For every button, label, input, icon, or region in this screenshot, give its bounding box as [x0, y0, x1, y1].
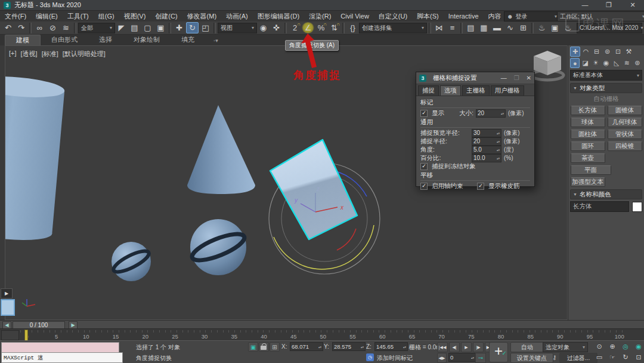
redo-icon[interactable]: ↷	[15, 22, 27, 33]
auto-key-button[interactable]: 自动	[510, 342, 544, 352]
menu-item[interactable]: 内容	[484, 12, 506, 21]
transform-typein-icon[interactable]: ⊞	[270, 342, 280, 352]
crossing-selection-icon[interactable]: ▣	[154, 22, 167, 33]
rectangular-selection-icon[interactable]: ▢	[141, 22, 154, 33]
display-tab-icon[interactable]: ⊡	[613, 47, 623, 57]
helpers-icon[interactable]: ◺	[612, 58, 621, 68]
edit-named-sets-icon[interactable]: {}	[346, 22, 359, 33]
key-filters-icon[interactable]: ⚷	[550, 353, 559, 362]
dialog-tab[interactable]: 捕捉	[418, 85, 439, 96]
spinner-arrows-icon[interactable]: ▴▾	[497, 149, 500, 151]
zoom-extents-all-icon[interactable]: ◉	[633, 342, 644, 351]
value-spinner[interactable]: 30▴▾	[472, 129, 501, 137]
menu-item[interactable]: 工具(T)	[63, 12, 94, 21]
viewport-menu-standard[interactable]: [标准]	[42, 50, 58, 59]
minimize-button[interactable]: —	[581, 1, 589, 9]
set-key-button[interactable]: 设置关键点	[510, 353, 553, 363]
menu-item[interactable]: 视图(V)	[119, 12, 151, 21]
primitive-button[interactable]: 圆柱体	[571, 130, 605, 139]
menu-item[interactable]: Civil View	[336, 13, 373, 20]
small-sphere-object[interactable]	[111, 242, 151, 281]
menu-item[interactable]: 创建(C)	[150, 12, 182, 21]
angle-snap-toggle-icon[interactable]: ∠	[302, 22, 314, 33]
next-frame-icon[interactable]: |▶	[473, 342, 484, 352]
cameras-icon[interactable]: ◉	[601, 58, 611, 68]
ribbon-tab[interactable]: 自由形式	[41, 35, 88, 45]
time-slider-handle[interactable]: 0 / 100	[13, 321, 65, 329]
modify-tab-icon[interactable]: ◠	[581, 47, 591, 57]
key-filters-button[interactable]: 过滤器...	[559, 353, 597, 363]
time-tag-icon[interactable]: ◷	[366, 353, 374, 361]
render-setup-icon[interactable]: ♨	[535, 22, 548, 33]
menu-item[interactable]: 脚本(S)	[412, 12, 444, 21]
select-and-scale-icon[interactable]: ◰	[199, 22, 212, 33]
coordinate-y-field[interactable]: 28.575▴▾	[332, 342, 366, 351]
login-button[interactable]: ☻ 登录 ▾	[504, 11, 560, 21]
create-key-button[interactable]: +✓	[489, 342, 508, 362]
viewport-layout-flyout-button[interactable]: ▶	[1, 288, 13, 299]
align-icon[interactable]: ≡	[446, 22, 459, 33]
primitive-button[interactable]: 圆锥体	[608, 106, 642, 115]
menu-item[interactable]: Interactive	[444, 13, 484, 20]
motion-tab-icon[interactable]: ⊚	[602, 47, 612, 57]
dialog-minimize-button[interactable]: —	[501, 75, 507, 81]
time-slider[interactable]: ◀ 0 / 100 ▶	[0, 320, 644, 329]
select-and-move-icon[interactable]: ✚	[173, 22, 185, 33]
menu-item[interactable]: 组(G)	[94, 12, 119, 21]
ribbon-tab[interactable]: 对象绘制	[123, 35, 171, 45]
add-time-tag[interactable]: 添加时间标记	[377, 354, 413, 362]
ribbon-toggle-icon[interactable]: ▬	[491, 22, 503, 33]
workspace-dropdown[interactable]: 工作区: 默认 ▾	[557, 11, 644, 21]
viewport-menu-pov[interactable]: [透视]	[21, 50, 38, 59]
category-dropdown[interactable]: 标准基本体▾	[570, 70, 642, 81]
coordinate-x-field[interactable]: 68.071▴▾	[290, 342, 323, 351]
snap-toggle-2d-icon[interactable]: 2	[289, 22, 301, 33]
view-cube[interactable]	[531, 51, 564, 80]
geometry-icon[interactable]: ●	[570, 58, 580, 68]
menu-item[interactable]: 文件(F)	[0, 12, 31, 21]
maximize-button[interactable]: ❐	[605, 1, 613, 9]
large-sphere-object[interactable]	[189, 219, 247, 275]
isolate-selection-icon[interactable]: ▣	[248, 342, 258, 352]
cylinder-object[interactable]	[5, 73, 66, 243]
menu-item[interactable]: 图形编辑器(D)	[253, 12, 304, 21]
menu-item[interactable]: 渲染(R)	[304, 12, 336, 21]
display-checkbox[interactable]: ✓	[420, 110, 428, 117]
unlink-selection-icon[interactable]: ⊘	[47, 22, 59, 33]
previous-frame-arrow[interactable]: ◀	[2, 321, 11, 329]
mirror-icon[interactable]: ⋈	[433, 22, 445, 33]
value-spinner[interactable]: 5.0▴▾	[472, 146, 501, 154]
axis-constraint-checkbox[interactable]: ✓	[420, 183, 428, 190]
zoom-all-icon[interactable]: ⊕	[607, 342, 618, 351]
selection-filter-dropdown[interactable]: 全部▾	[78, 23, 115, 33]
primitive-button[interactable]: 圆环	[571, 141, 605, 151]
go-to-start-icon[interactable]: |◀◀	[437, 342, 448, 352]
schematic-view-icon[interactable]: ⊞	[517, 22, 530, 33]
spinner-arrows-icon[interactable]: ▴▾	[497, 132, 500, 134]
rubber-band-checkbox[interactable]: ✓	[477, 183, 484, 190]
name-color-rollout[interactable]: ▼ 名称和颜色	[570, 189, 642, 199]
next-frame-arrow[interactable]: ▶	[69, 321, 78, 329]
layer-explorer-icon[interactable]: ▦	[478, 22, 490, 33]
menu-item[interactable]: 自定义(U)	[374, 12, 412, 21]
primitive-button[interactable]: 球体	[571, 118, 605, 127]
viewport-layout-tab[interactable]	[1, 299, 15, 316]
named-selection-sets-dropdown[interactable]: 创建选择集▾	[359, 23, 427, 33]
menu-item[interactable]: 修改器(M)	[182, 12, 222, 21]
shapes-icon[interactable]: ◪	[580, 58, 590, 68]
cone-object[interactable]	[187, 105, 255, 194]
select-and-rotate-icon[interactable]: ↻	[186, 22, 199, 33]
default-in-out-tangent-icon[interactable]: ⊸	[475, 353, 486, 363]
object-type-rollout[interactable]: ▼ 对象类型	[570, 83, 642, 93]
primitive-button[interactable]: 加强型文本	[571, 177, 605, 187]
primitive-button[interactable]: 几何球体	[608, 118, 642, 127]
ribbon-tab[interactable]: 选择	[88, 35, 123, 45]
scene-explorer-icon[interactable]: ▤	[465, 22, 477, 33]
primitive-button[interactable]: 平面	[571, 165, 611, 175]
current-frame-handle[interactable]	[24, 330, 28, 342]
current-frame-field[interactable]: 0▴▾	[448, 353, 476, 362]
dialog-title-bar[interactable]: 3 栅格和捕捉设置 — ❐ ✕	[416, 72, 534, 84]
snap-frozen-checkbox[interactable]: ✓	[420, 163, 428, 170]
pan-icon[interactable]: ☞	[607, 353, 618, 362]
select-and-manipulate-icon[interactable]: ✜	[270, 22, 283, 33]
